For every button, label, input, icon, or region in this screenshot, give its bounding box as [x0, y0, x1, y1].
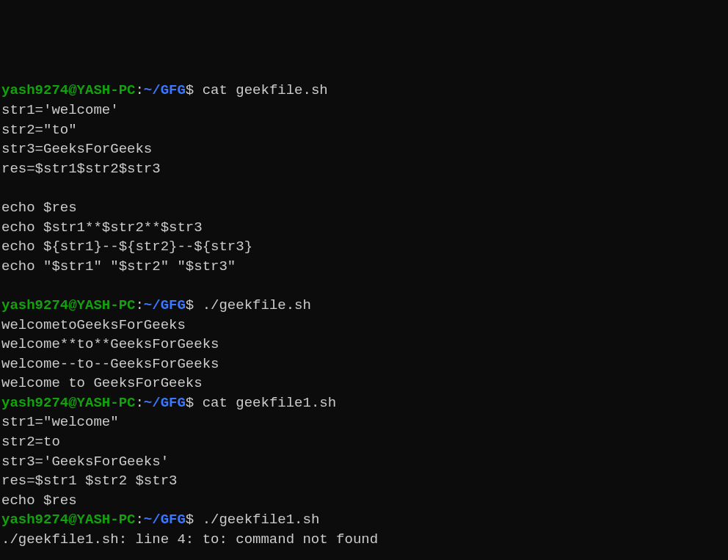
- output-line: str3='GeeksForGeeks': [1, 452, 728, 472]
- colon: :: [135, 82, 143, 98]
- output-line: welcome**to**GeeksForGeeks: [1, 335, 728, 354]
- output-line: welcome to GeeksForGeeks: [1, 374, 728, 393]
- dollar-sign: $: [186, 512, 194, 528]
- blank-line: [1, 178, 728, 198]
- path: ~/GFG: [144, 297, 186, 313]
- prompt-line-2: yash9274@YASH-PC:~/GFG$ ./geekfile.sh: [1, 296, 728, 316]
- output-line: res=$str1 $str2 $str3: [1, 471, 728, 491]
- prompt-line-4: yash9274@YASH-PC:~/GFG$ ./geekfile1.sh: [1, 510, 728, 530]
- prompt-line-3: yash9274@YASH-PC:~/GFG$ cat geekfile1.sh: [1, 393, 728, 413]
- output-line: echo $str1**$str2**$str3: [1, 218, 728, 238]
- output-line: str2="to": [1, 120, 728, 140]
- output-line: str1="welcome": [1, 412, 728, 432]
- path: ~/GFG: [144, 512, 186, 528]
- colon: :: [135, 395, 143, 411]
- colon: :: [135, 512, 143, 528]
- output-line: echo "$str1" "$str2" "$str3": [1, 257, 728, 277]
- command-text: cat geekfile1.sh: [194, 395, 336, 411]
- command-text: cat geekfile.sh: [194, 82, 327, 98]
- path: ~/GFG: [144, 395, 186, 411]
- colon: :: [135, 297, 143, 313]
- user-host: yash9274@YASH-PC: [1, 395, 135, 411]
- blank-line: [1, 550, 728, 560]
- user-host: yash9274@YASH-PC: [1, 82, 135, 98]
- path: ~/GFG: [144, 82, 186, 98]
- command-text: ./geekfile1.sh: [194, 512, 319, 528]
- output-line: res=$str1$str2$str3: [1, 159, 728, 179]
- user-host: yash9274@YASH-PC: [1, 297, 135, 313]
- dollar-sign: $: [186, 395, 194, 411]
- command-text: ./geekfile.sh: [194, 297, 311, 313]
- blank-line: [1, 276, 728, 296]
- terminal-output[interactable]: yash9274@YASH-PC:~/GFG$ cat geekfile.shs…: [1, 81, 728, 560]
- output-line: echo ${str1}--${str2}--${str3}: [1, 237, 728, 257]
- output-line: str1='welcome': [1, 101, 728, 120]
- output-line: str3=GeeksForGeeks: [1, 139, 728, 159]
- user-host: yash9274@YASH-PC: [1, 512, 135, 528]
- output-line: str2=to: [1, 432, 728, 452]
- dollar-sign: $: [186, 297, 194, 313]
- output-line: echo $res: [1, 491, 728, 511]
- output-line: echo $res: [1, 198, 728, 218]
- prompt-line-1: yash9274@YASH-PC:~/GFG$ cat geekfile.sh: [1, 81, 728, 101]
- output-line: welcome--to--GeeksForGeeks: [1, 354, 728, 374]
- output-line: ./geekfile1.sh: line 4: to: command not …: [1, 530, 728, 550]
- output-line: welcometoGeeksForGeeks: [1, 316, 728, 335]
- dollar-sign: $: [186, 82, 194, 98]
